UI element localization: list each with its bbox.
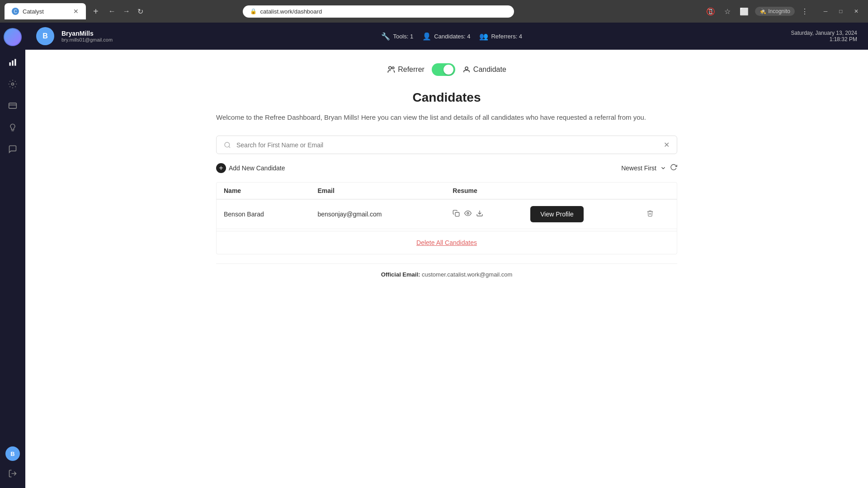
incognito-label: Incognito <box>768 8 790 14</box>
candidate-email: bensonjay@gmail.com <box>311 199 446 229</box>
svg-rect-1 <box>12 61 13 66</box>
table-body: Benson Barad bensonjay@gmail.com <box>217 199 677 229</box>
user-avatar-initial: B <box>42 32 48 40</box>
tools-count: Tools: 1 <box>393 33 413 40</box>
app-logo-inner <box>5 29 21 45</box>
incognito-badge: 🕵 Incognito <box>755 7 795 16</box>
candidates-icon: 👤 <box>422 32 431 41</box>
search-bar: ✕ <box>216 136 677 154</box>
sidebar-user-avatar[interactable]: B <box>5 446 20 461</box>
app-container: B B BryanMills bry.mills01@gmail.com 🔧 T… <box>0 23 868 488</box>
top-bar-date: Saturday, January 13, 2024 1:18:32 PM <box>791 30 857 42</box>
tab-title: Catalyst <box>23 8 70 15</box>
sidebar-item-messages[interactable] <box>4 140 22 158</box>
main-content: B BryanMills bry.mills01@gmail.com 🔧 Too… <box>25 23 868 488</box>
stat-tools: 🔧 Tools: 1 <box>381 32 413 41</box>
svg-line-10 <box>229 146 230 148</box>
split-view-icon[interactable]: ⬜ <box>737 5 751 18</box>
tab-close-button[interactable]: ✕ <box>73 8 79 15</box>
add-icon: + <box>216 163 226 173</box>
view-toggle-switch[interactable] <box>432 63 455 76</box>
tab-favicon: C <box>12 8 19 15</box>
sidebar: B <box>0 23 25 488</box>
search-icon <box>224 141 231 149</box>
footer-email: customer.catalist.work@gmail.com <box>422 271 512 278</box>
col-email: Email <box>311 183 446 199</box>
sidebar-item-tools[interactable] <box>4 75 22 93</box>
svg-point-3 <box>12 83 14 85</box>
maximize-button[interactable]: □ <box>834 4 848 19</box>
camera-off-icon[interactable]: 📵 <box>703 5 718 18</box>
svg-rect-2 <box>14 59 16 66</box>
top-bar-stats: 🔧 Tools: 1 👤 Candidates: 4 👥 Referrers: … <box>381 32 522 41</box>
svg-rect-11 <box>455 212 459 216</box>
sort-label: Newest First <box>621 164 656 172</box>
candidate-label: Candidate <box>462 66 506 74</box>
back-button[interactable]: ← <box>106 5 118 18</box>
refresh-icon <box>670 164 677 171</box>
window-controls: ─ □ ✕ <box>818 4 863 19</box>
svg-point-9 <box>225 142 230 147</box>
referrer-label: Referrer <box>387 66 425 74</box>
new-tab-button[interactable]: + <box>90 6 102 17</box>
top-bar: B BryanMills bry.mills01@gmail.com 🔧 Too… <box>25 23 868 50</box>
refresh-button[interactable] <box>670 164 677 173</box>
browser-actions: 📵 ☆ ⬜ 🕵 Incognito ⋮ <box>703 5 811 18</box>
resume-icon-group <box>453 210 516 219</box>
add-candidate-button[interactable]: + Add New Candidate <box>216 163 285 173</box>
tab-favicon-text: C <box>14 9 17 14</box>
stat-candidates: 👤 Candidates: 4 <box>422 32 470 41</box>
view-resume-button[interactable] <box>464 210 472 219</box>
sidebar-item-analytics[interactable] <box>4 53 22 71</box>
delete-all-button[interactable]: Delete All Candidates <box>416 239 477 246</box>
svg-rect-0 <box>9 62 11 66</box>
referrer-icon <box>387 66 395 74</box>
search-input[interactable] <box>236 141 658 149</box>
view-profile-button[interactable]: View Profile <box>530 206 584 222</box>
user-email: bry.mills01@gmail.com <box>61 37 113 42</box>
table-header: Name Email Resume <box>217 183 677 199</box>
delete-row-cell <box>639 199 677 229</box>
browser-chrome: C Catalyst ✕ + ← → ↻ 🔒 catalist.work/das… <box>0 0 868 23</box>
candidates-count: Candidates: 4 <box>434 33 470 40</box>
copy-email-button[interactable] <box>453 210 460 219</box>
forward-button[interactable]: → <box>120 5 133 18</box>
table-row: Benson Barad bensonjay@gmail.com <box>217 199 677 229</box>
user-avatar: B <box>36 27 54 45</box>
view-toggle-row: Referrer Candidate <box>216 63 677 76</box>
resume-actions <box>445 199 523 229</box>
incognito-icon: 🕵 <box>760 8 766 14</box>
referrers-icon: 👥 <box>479 32 488 41</box>
browser-controls: ← → ↻ <box>106 5 146 18</box>
footer-label: Official Email: <box>381 271 422 278</box>
close-window-button[interactable]: ✕ <box>849 4 863 19</box>
sidebar-item-wallet[interactable] <box>4 97 22 115</box>
page-description: Welcome to the Refree Dashboard, Bryan M… <box>216 112 677 123</box>
svg-point-12 <box>467 212 469 214</box>
user-info: BryanMills bry.mills01@gmail.com <box>61 30 113 42</box>
page-content: Referrer Candidate Candidates Welcome to… <box>198 50 695 299</box>
sidebar-item-ideas[interactable] <box>4 118 22 136</box>
page-title: Candidates <box>216 90 677 105</box>
menu-button[interactable]: ⋮ <box>798 5 811 18</box>
footer: Official Email: customer.catalist.work@g… <box>216 263 677 285</box>
sort-chevron-icon <box>660 165 666 171</box>
current-time: 1:18:32 PM <box>791 36 857 42</box>
reload-button[interactable]: ↻ <box>135 5 146 18</box>
col-resume: Resume <box>445 183 523 199</box>
sort-control: Newest First <box>621 164 677 173</box>
address-lock-icon: 🔒 <box>250 8 257 14</box>
bookmark-icon[interactable]: ☆ <box>722 5 733 18</box>
candidates-table: Name Email Resume Benson Barad bensonjay… <box>217 183 677 229</box>
app-logo[interactable] <box>4 28 22 46</box>
address-bar[interactable]: 🔒 catalist.work/dashboard <box>243 5 514 18</box>
candidate-icon <box>462 66 471 74</box>
current-date: Saturday, January 13, 2024 <box>791 30 857 36</box>
minimize-button[interactable]: ─ <box>818 4 833 19</box>
browser-tab[interactable]: C Catalyst ✕ <box>5 3 86 19</box>
delete-row-button[interactable] <box>646 211 654 218</box>
col-actions <box>523 183 639 199</box>
download-resume-button[interactable] <box>476 210 483 219</box>
search-clear-button[interactable]: ✕ <box>664 141 670 149</box>
sidebar-item-logout[interactable] <box>4 465 22 483</box>
